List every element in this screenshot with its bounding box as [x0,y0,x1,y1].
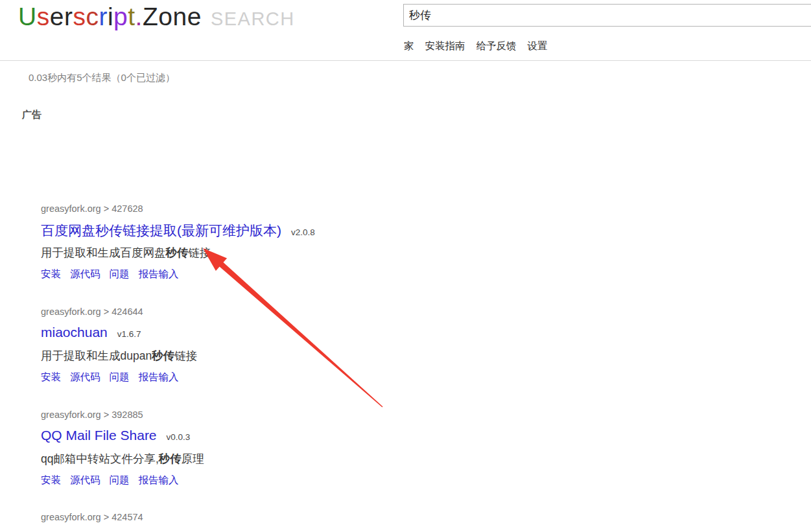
result-title-link[interactable]: QQ Mail File Share [41,428,157,443]
report-link[interactable]: 报告输入 [139,268,179,281]
result-breadcrumb: greasyfork.org > 427628 [41,203,143,214]
issues-link[interactable]: 问题 [110,474,130,487]
result-title-row: QQ Mail File Share v0.0.3 [41,428,190,443]
result-breadcrumb: greasyfork.org > 424574 [41,512,143,522]
result-actions: 安装 源代码 问题 报告输入 [41,268,179,281]
install-link[interactable]: 安装 [41,268,61,281]
result-description: 用于提取和生成dupan秒传链接 [41,348,197,364]
result-title-row: 百度网盘秒传链接提取(最新可维护版本) v2.0.8 [41,222,315,240]
source-code-link[interactable]: 源代码 [70,371,100,384]
logo-letter: i [108,3,113,30]
logo-letter: U [18,3,37,30]
result-description: qq邮箱中转站文件分享,秒传原理 [41,451,204,467]
logo-letter: s [73,3,86,30]
description-highlight: 秒传 [166,246,189,259]
description-text: 用于提取和生成dupan [41,349,152,362]
source-code-link[interactable]: 源代码 [70,474,100,487]
description-text: 链接 [174,349,197,362]
nav-settings[interactable]: 设置 [528,40,548,53]
search-result: greasyfork.org > 424574 [41,512,495,532]
result-version: v0.0.3 [167,432,191,442]
search-input[interactable] [403,4,811,27]
description-text: 原理 [182,452,204,465]
search-result: greasyfork.org > 427628 百度网盘秒传链接提取(最新可维护… [41,203,495,286]
logo-wordmark: Userscript.Zone [18,3,202,32]
description-highlight: 秒传 [152,349,174,362]
nav-install-guide[interactable]: 安装指南 [425,40,465,53]
logo-letter: . [135,3,143,30]
result-description: 用于提取和生成百度网盘秒传链接 [41,245,211,260]
result-version: v1.6.7 [117,329,141,339]
result-actions: 安装 源代码 问题 报告输入 [41,371,179,384]
site-logo[interactable]: Userscript.Zone SEARCH [18,3,295,32]
logo-letter: o [158,3,172,30]
header-divider [0,60,811,61]
result-title-row: miaochuan v1.6.7 [41,325,141,340]
logo-letter: n [172,3,187,30]
result-title-link[interactable]: miaochuan [41,325,108,340]
results-summary: 0.03秒内有5个结果（0个已过滤） [29,72,175,84]
result-breadcrumb: greasyfork.org > 424644 [41,306,143,317]
search-result: greasyfork.org > 424644 miaochuan v1.6.7… [41,306,495,389]
logo-letter: e [187,3,202,30]
search-result: greasyfork.org > 392885 QQ Mail File Sha… [41,410,495,492]
result-version: v2.0.8 [291,227,315,237]
logo-search-suffix: SEARCH [211,8,295,30]
logo-letter: t [128,3,135,30]
logo-letter: c [86,3,99,30]
result-title-link[interactable]: 百度网盘秒传链接提取(最新可维护版本) [41,222,281,240]
result-actions: 安装 源代码 问题 报告输入 [41,474,179,487]
report-link[interactable]: 报告输入 [139,371,179,384]
logo-letter: r [99,3,108,30]
issues-link[interactable]: 问题 [110,268,130,281]
page: Userscript.Zone SEARCH 家 安装指南 给予反馈 设置 0.… [0,0,811,532]
ad-label: 广告 [22,109,41,121]
install-link[interactable]: 安装 [41,371,61,384]
description-text: 链接 [189,246,211,259]
report-link[interactable]: 报告输入 [139,474,179,487]
header-nav: 家 安装指南 给予反馈 设置 [404,40,548,53]
logo-letter: s [37,3,50,30]
description-text: qq邮箱中转站文件分享, [41,452,159,465]
source-code-link[interactable]: 源代码 [70,268,100,281]
issues-link[interactable]: 问题 [110,371,130,384]
logo-letter: e [50,3,64,30]
result-breadcrumb: greasyfork.org > 392885 [41,410,143,420]
description-highlight: 秒传 [159,452,182,465]
logo-letter: r [64,3,73,30]
logo-letter: Z [143,3,158,30]
install-link[interactable]: 安装 [41,474,61,487]
nav-home[interactable]: 家 [404,40,414,53]
nav-feedback[interactable]: 给予反馈 [476,40,517,53]
description-text: 用于提取和生成百度网盘 [41,246,166,259]
logo-letter: p [113,3,128,30]
